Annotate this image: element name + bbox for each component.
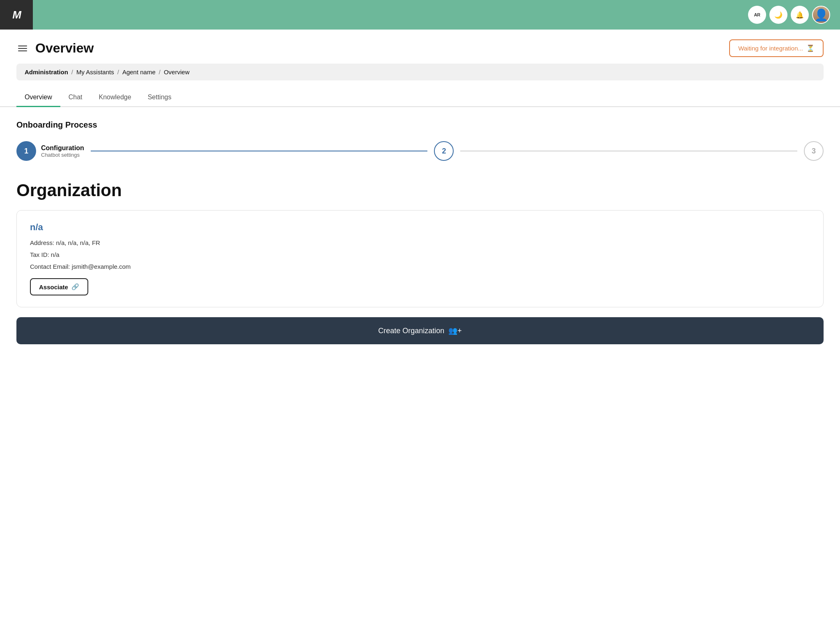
tab-chat[interactable]: Chat xyxy=(60,89,91,107)
notifications-button[interactable]: 🔔 xyxy=(791,6,809,24)
hamburger-line-1 xyxy=(18,46,27,46)
main-container: Overview Waiting for integration... ⏳ Ad… xyxy=(0,30,840,627)
step-3-circle: 3 xyxy=(804,141,824,161)
link-icon: 🔗 xyxy=(71,283,79,291)
hamburger-menu-button[interactable] xyxy=(16,44,29,53)
translation-button[interactable]: AR xyxy=(748,6,766,24)
user-avatar-button[interactable] xyxy=(812,6,830,24)
tab-settings[interactable]: Settings xyxy=(140,89,180,107)
breadcrumb-sep-1: / xyxy=(71,69,73,76)
org-card-name: n/a xyxy=(30,222,810,233)
step-1-circle: 1 xyxy=(16,141,36,161)
tabs-bar: Overview Chat Knowledge Settings xyxy=(0,89,840,107)
breadcrumb-agent-name[interactable]: Agent name xyxy=(122,69,156,76)
associate-label: Associate xyxy=(39,284,68,291)
breadcrumb: Administration / My Assistants / Agent n… xyxy=(16,64,824,80)
waiting-label: Waiting for integration... xyxy=(738,45,803,52)
org-address-label: Address: xyxy=(30,239,54,246)
page-header-left: Overview xyxy=(16,41,94,56)
breadcrumb-administration[interactable]: Administration xyxy=(25,69,68,76)
steps-row: 1 Configuration Chatbot settings 2 3 xyxy=(16,141,824,161)
org-address-value: n/a, n/a, n/a, FR xyxy=(56,239,100,246)
page-title: Overview xyxy=(35,41,94,56)
page-header: Overview Waiting for integration... ⏳ xyxy=(0,30,840,64)
theme-toggle-button[interactable]: 🌙 xyxy=(769,6,787,24)
tab-knowledge[interactable]: Knowledge xyxy=(90,89,139,107)
create-organization-button[interactable]: Create Organization 👥+ xyxy=(16,317,824,344)
step-1-sub: Chatbot settings xyxy=(41,152,84,158)
logo-area: M xyxy=(0,0,33,30)
moon-icon: 🌙 xyxy=(774,11,783,19)
hamburger-line-2 xyxy=(18,48,27,49)
step-1-name: Configuration xyxy=(41,144,84,152)
hourglass-icon: ⏳ xyxy=(806,44,815,52)
create-org-label: Create Organization xyxy=(378,327,444,335)
org-contact-value: jsmith@example.com xyxy=(72,263,131,270)
breadcrumb-overview: Overview xyxy=(164,69,190,76)
breadcrumb-sep-2: / xyxy=(117,69,119,76)
org-taxid-value: n/a xyxy=(51,251,60,258)
organization-title: Organization xyxy=(16,181,824,200)
organization-card: n/a Address: n/a, n/a, n/a, FR Tax ID: n… xyxy=(16,210,824,307)
step-line-1 xyxy=(91,151,428,151)
topbar: M AR 🌙 🔔 xyxy=(0,0,840,30)
create-org-icon: 👥+ xyxy=(448,326,462,335)
step-1-info: Configuration Chatbot settings xyxy=(41,144,84,158)
org-address-field: Address: n/a, n/a, n/a, FR xyxy=(30,239,810,246)
org-contact-field: Contact Email: jsmith@example.com xyxy=(30,263,810,270)
bell-icon: 🔔 xyxy=(796,11,804,19)
step-2-circle: 2 xyxy=(434,141,454,161)
topbar-actions: AR 🌙 🔔 xyxy=(748,6,840,24)
onboarding-section-title: Onboarding Process xyxy=(16,120,824,130)
waiting-integration-button[interactable]: Waiting for integration... ⏳ xyxy=(729,39,824,57)
breadcrumb-sep-3: / xyxy=(159,69,161,76)
org-taxid-label: Tax ID: xyxy=(30,251,49,258)
hamburger-line-3 xyxy=(18,50,27,51)
avatar xyxy=(813,7,829,23)
org-contact-label: Contact Email: xyxy=(30,263,70,270)
breadcrumb-my-assistants[interactable]: My Assistants xyxy=(76,69,114,76)
associate-button[interactable]: Associate 🔗 xyxy=(30,278,88,295)
org-taxid-field: Tax ID: n/a xyxy=(30,251,810,258)
step-line-2 xyxy=(460,151,797,151)
app-logo: M xyxy=(12,9,21,21)
tab-overview[interactable]: Overview xyxy=(16,89,60,107)
content-area: Onboarding Process 1 Configuration Chatb… xyxy=(0,107,840,627)
